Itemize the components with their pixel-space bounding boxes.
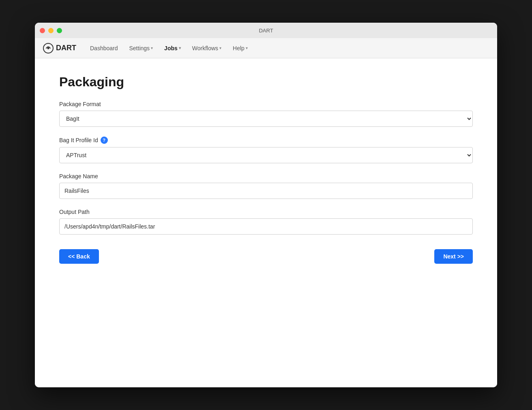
- window-title: DART: [259, 28, 273, 34]
- svg-point-1: [47, 47, 49, 49]
- package-name-label: Package Name: [59, 173, 473, 179]
- nav-help[interactable]: Help ▾: [232, 43, 249, 53]
- logo[interactable]: DART: [43, 43, 76, 53]
- main-content: Packaging Package Format BagIt Tar Zip N…: [35, 58, 497, 387]
- back-button[interactable]: << Back: [59, 249, 99, 264]
- nav-help-label: Help: [233, 45, 245, 51]
- bag-it-profile-group: Bag It Profile Id ? APTrust DPN None: [59, 137, 473, 163]
- minimize-button[interactable]: [48, 28, 54, 33]
- package-format-group: Package Format BagIt Tar Zip None: [59, 101, 473, 127]
- button-row: << Back Next >>: [59, 249, 473, 264]
- package-name-input[interactable]: [59, 183, 473, 199]
- bag-it-profile-select[interactable]: APTrust DPN None: [59, 147, 473, 163]
- nav-settings-label: Settings: [129, 45, 150, 51]
- package-format-label: Package Format: [59, 101, 473, 107]
- jobs-chevron-icon: ▾: [179, 46, 181, 50]
- next-button[interactable]: Next >>: [434, 249, 473, 264]
- logo-text: DART: [56, 44, 76, 52]
- package-format-select[interactable]: BagIt Tar Zip None: [59, 111, 473, 127]
- navbar: DART Dashboard Settings ▾ Jobs ▾ Workflo…: [35, 38, 497, 58]
- bag-it-profile-help-icon[interactable]: ?: [101, 137, 108, 144]
- window-controls: [40, 28, 62, 33]
- nav-dashboard-label: Dashboard: [90, 45, 118, 51]
- settings-chevron-icon: ▾: [151, 46, 153, 50]
- logo-icon: [43, 43, 54, 53]
- help-chevron-icon: ▾: [246, 46, 248, 50]
- page-title: Packaging: [59, 75, 473, 90]
- output-path-label: Output Path: [59, 209, 473, 215]
- nav-dashboard[interactable]: Dashboard: [89, 43, 119, 53]
- close-button[interactable]: [40, 28, 45, 33]
- title-bar: DART: [35, 23, 497, 38]
- nav-workflows[interactable]: Workflows ▾: [191, 43, 222, 53]
- nav-workflows-label: Workflows: [192, 45, 218, 51]
- package-name-group: Package Name: [59, 173, 473, 199]
- output-path-group: Output Path: [59, 209, 473, 235]
- nav-jobs[interactable]: Jobs ▾: [163, 43, 182, 53]
- nav-jobs-label: Jobs: [164, 45, 178, 51]
- app-window: DART DART Dashboard Settings ▾ Jobs ▾ Wo…: [35, 23, 497, 387]
- maximize-button[interactable]: [57, 28, 62, 33]
- workflows-chevron-icon: ▾: [219, 46, 221, 50]
- nav-settings[interactable]: Settings ▾: [129, 43, 154, 53]
- output-path-input[interactable]: [59, 218, 473, 235]
- bag-it-profile-label: Bag It Profile Id ?: [59, 137, 473, 144]
